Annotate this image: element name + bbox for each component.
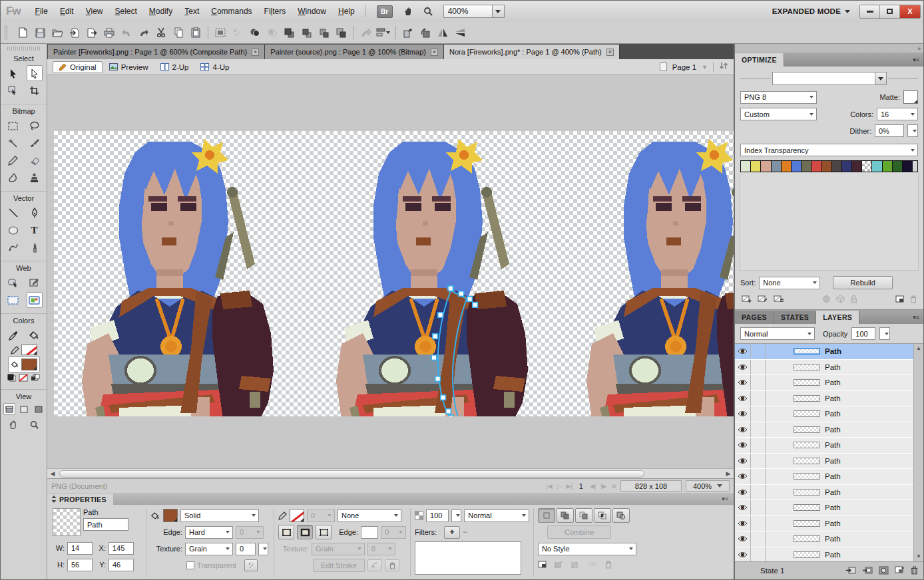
layer-opacity-input[interactable]: 100 (851, 327, 875, 340)
layer-lock-cell[interactable] (751, 469, 766, 484)
crop-tool[interactable] (27, 82, 43, 98)
scroll-down-arrow[interactable]: ▼ (916, 552, 921, 561)
palette-swatch-9[interactable] (822, 161, 832, 172)
layer-row-content[interactable]: Path (766, 516, 913, 531)
palette-swatch-12[interactable] (852, 161, 862, 172)
tab-optimize[interactable]: OPTIMIZE (735, 53, 784, 67)
view-mode-original[interactable]: Original (53, 61, 103, 73)
palette-swatch-4[interactable] (772, 161, 782, 172)
palette-select[interactable]: Custom (740, 108, 817, 120)
new-style-button[interactable] (538, 561, 547, 570)
layer-visibility-eye-icon[interactable] (735, 344, 751, 359)
stroke-color-swatch[interactable] (21, 345, 37, 355)
zoom-indicator[interactable]: 400% (686, 480, 730, 492)
fullscreen-with-menus-button[interactable] (18, 403, 30, 415)
canvas-size-indicator[interactable]: 828 x 108 (620, 480, 682, 492)
zoom-tool[interactable] (27, 416, 43, 432)
lasso-tool[interactable] (27, 118, 43, 134)
palette-swatch-6[interactable] (792, 161, 802, 172)
eraser-tool[interactable] (27, 152, 43, 168)
restore-button[interactable] (880, 5, 900, 18)
dither-arrow[interactable] (907, 124, 918, 137)
layer-row-content[interactable]: Path (766, 485, 913, 500)
tools-panel-grip[interactable] (7, 47, 40, 51)
layer-row-content[interactable]: Path (766, 454, 913, 469)
zoom-level-value[interactable]: 400% (443, 5, 493, 18)
view-mode-preview[interactable]: Preview (104, 62, 154, 72)
tab-states[interactable]: STATES (774, 311, 816, 324)
marquee-group-button[interactable] (212, 25, 229, 41)
tab-pages[interactable]: PAGES (735, 311, 774, 324)
layer-row-6[interactable]: Path (735, 422, 913, 438)
text-tool[interactable]: T (27, 222, 43, 238)
properties-tab[interactable]: PROPERTIES (47, 494, 113, 505)
cut-button[interactable] (152, 25, 170, 41)
edit-stroke-button[interactable]: Edit Stroke (313, 559, 365, 572)
flip-vertical-button[interactable] (451, 25, 469, 41)
layer-row-13[interactable]: Path (735, 531, 913, 547)
layer-lock-cell[interactable] (751, 360, 766, 375)
y-input[interactable]: 46 (109, 559, 134, 571)
magnify-icon[interactable] (421, 5, 435, 18)
fill-texture-amount[interactable]: 0 (236, 543, 256, 555)
view-mode-4up[interactable]: 4-Up (195, 62, 234, 72)
open-button[interactable] (49, 25, 66, 41)
layer-visibility-eye-icon[interactable] (735, 516, 751, 531)
scroll-right-arrow[interactable]: ▶ (723, 470, 734, 477)
opacity-dropdown-arrow[interactable] (451, 509, 461, 522)
layer-row-11[interactable]: Path (735, 500, 913, 516)
layer-blend-mode-select[interactable]: Normal (740, 327, 815, 340)
tab-layers[interactable]: LAYERS (816, 311, 859, 324)
canvas-transparency-checker[interactable] (54, 131, 734, 416)
combine-crop-button[interactable] (612, 508, 630, 523)
palette-swatch-7[interactable] (802, 161, 811, 172)
menu-edit[interactable]: Edit (55, 5, 79, 18)
save-stroke-button[interactable] (367, 559, 382, 571)
delete-state-button[interactable] (911, 566, 918, 576)
send-backward-button[interactable] (316, 25, 333, 41)
pen-tool[interactable] (27, 205, 43, 221)
stroke-edge-input[interactable] (361, 526, 378, 539)
new-state-button[interactable] (895, 566, 905, 576)
menu-view[interactable]: View (81, 5, 109, 18)
stroke-outside-button[interactable] (316, 525, 332, 539)
layer-row-3[interactable]: Path (735, 375, 913, 391)
layer-lock-cell[interactable] (751, 375, 766, 390)
page-dropdown-arrow[interactable]: ▼ (702, 64, 708, 71)
bring-to-front-button[interactable] (281, 25, 298, 41)
layer-visibility-eye-icon[interactable] (735, 406, 751, 422)
layer-visibility-eye-icon[interactable] (735, 454, 751, 469)
layer-visibility-eye-icon[interactable] (735, 360, 751, 375)
combine-button[interactable]: Combine (547, 525, 611, 539)
menu-commands[interactable]: Commands (206, 5, 257, 18)
pixel-art-canvas[interactable] (54, 131, 734, 416)
width-input[interactable]: 14 (67, 542, 93, 555)
line-tool[interactable] (5, 205, 21, 221)
rubber-stamp-tool[interactable] (27, 170, 43, 186)
transparency-select[interactable]: Index Transparency (740, 144, 918, 156)
subtract-shapes-button[interactable] (264, 25, 281, 41)
layer-row-content[interactable]: Path (766, 547, 913, 562)
layer-row-12[interactable]: Path (735, 516, 913, 532)
menu-window[interactable]: Window (292, 5, 332, 18)
matte-color-swatch[interactable] (903, 90, 918, 104)
layer-row-content[interactable]: Path (766, 391, 913, 406)
menu-help[interactable]: Help (333, 5, 360, 18)
character-copy-1[interactable] (82, 139, 274, 416)
break-style-link-button[interactable] (588, 561, 597, 570)
sort-select[interactable]: None (759, 277, 820, 289)
hotspot-tool[interactable] (5, 275, 21, 291)
minimize-button[interactable] (860, 5, 880, 18)
stroke-center-button[interactable] (297, 525, 313, 539)
show-slices-button[interactable] (27, 292, 43, 308)
height-input[interactable]: 56 (67, 559, 93, 571)
character-copy-3[interactable] (586, 139, 734, 416)
delete-style-button[interactable] (605, 561, 612, 571)
combine-none-button[interactable] (538, 508, 555, 523)
canvas-viewport[interactable] (47, 75, 734, 468)
close-tab-icon[interactable]: × (252, 49, 259, 56)
redo-button[interactable] (135, 25, 152, 41)
page-sort-icon[interactable] (719, 61, 728, 72)
transparent-checkbox[interactable] (186, 561, 194, 569)
slice-tool[interactable] (27, 275, 43, 291)
